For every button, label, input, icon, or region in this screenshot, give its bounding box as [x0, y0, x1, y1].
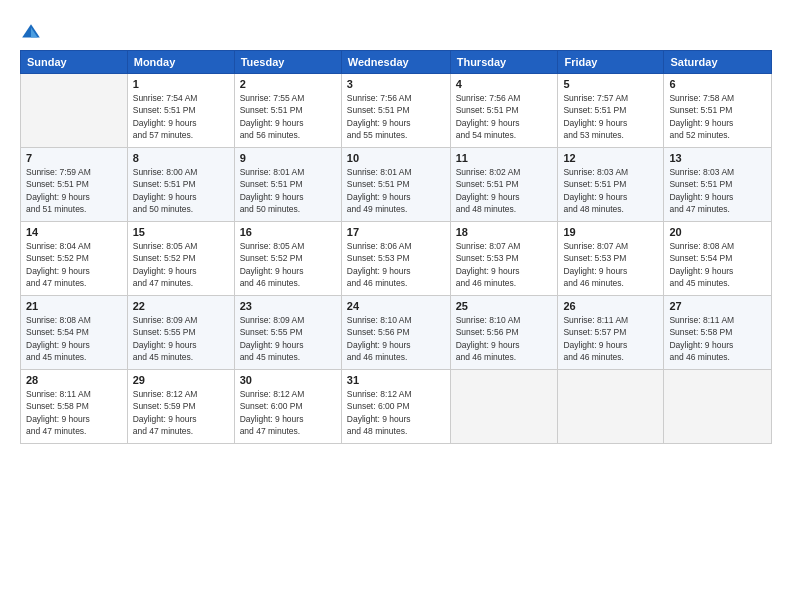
day-number: 7 — [26, 152, 122, 164]
day-info: Sunrise: 8:09 AMSunset: 5:55 PMDaylight:… — [240, 314, 336, 363]
day-of-week-header: Tuesday — [234, 51, 341, 74]
calendar-cell: 12Sunrise: 8:03 AMSunset: 5:51 PMDayligh… — [558, 148, 664, 222]
day-info: Sunrise: 7:56 AMSunset: 5:51 PMDaylight:… — [456, 92, 553, 141]
day-info: Sunrise: 8:12 AMSunset: 6:00 PMDaylight:… — [240, 388, 336, 437]
calendar-cell: 9Sunrise: 8:01 AMSunset: 5:51 PMDaylight… — [234, 148, 341, 222]
day-number: 16 — [240, 226, 336, 238]
calendar-week-row: 14Sunrise: 8:04 AMSunset: 5:52 PMDayligh… — [21, 222, 772, 296]
calendar-cell: 5Sunrise: 7:57 AMSunset: 5:51 PMDaylight… — [558, 74, 664, 148]
calendar-cell: 14Sunrise: 8:04 AMSunset: 5:52 PMDayligh… — [21, 222, 128, 296]
calendar-cell: 7Sunrise: 7:59 AMSunset: 5:51 PMDaylight… — [21, 148, 128, 222]
day-number: 13 — [669, 152, 766, 164]
day-info: Sunrise: 7:58 AMSunset: 5:51 PMDaylight:… — [669, 92, 766, 141]
day-of-week-header: Thursday — [450, 51, 558, 74]
calendar-cell: 15Sunrise: 8:05 AMSunset: 5:52 PMDayligh… — [127, 222, 234, 296]
calendar-cell: 8Sunrise: 8:00 AMSunset: 5:51 PMDaylight… — [127, 148, 234, 222]
calendar-cell: 1Sunrise: 7:54 AMSunset: 5:51 PMDaylight… — [127, 74, 234, 148]
calendar-cell: 6Sunrise: 7:58 AMSunset: 5:51 PMDaylight… — [664, 74, 772, 148]
calendar-cell: 31Sunrise: 8:12 AMSunset: 6:00 PMDayligh… — [341, 370, 450, 444]
day-number: 9 — [240, 152, 336, 164]
day-of-week-header: Wednesday — [341, 51, 450, 74]
day-number: 27 — [669, 300, 766, 312]
day-number: 20 — [669, 226, 766, 238]
svg-marker-1 — [31, 28, 38, 38]
calendar-cell: 19Sunrise: 8:07 AMSunset: 5:53 PMDayligh… — [558, 222, 664, 296]
day-info: Sunrise: 8:07 AMSunset: 5:53 PMDaylight:… — [563, 240, 658, 289]
day-number: 17 — [347, 226, 445, 238]
calendar-cell — [21, 74, 128, 148]
day-info: Sunrise: 8:11 AMSunset: 5:57 PMDaylight:… — [563, 314, 658, 363]
day-info: Sunrise: 8:12 AMSunset: 6:00 PMDaylight:… — [347, 388, 445, 437]
day-number: 21 — [26, 300, 122, 312]
day-info: Sunrise: 8:09 AMSunset: 5:55 PMDaylight:… — [133, 314, 229, 363]
day-number: 29 — [133, 374, 229, 386]
day-info: Sunrise: 8:06 AMSunset: 5:53 PMDaylight:… — [347, 240, 445, 289]
day-info: Sunrise: 8:12 AMSunset: 5:59 PMDaylight:… — [133, 388, 229, 437]
day-number: 4 — [456, 78, 553, 90]
day-info: Sunrise: 7:59 AMSunset: 5:51 PMDaylight:… — [26, 166, 122, 215]
day-number: 28 — [26, 374, 122, 386]
day-info: Sunrise: 8:05 AMSunset: 5:52 PMDaylight:… — [133, 240, 229, 289]
day-info: Sunrise: 8:02 AMSunset: 5:51 PMDaylight:… — [456, 166, 553, 215]
day-info: Sunrise: 8:11 AMSunset: 5:58 PMDaylight:… — [26, 388, 122, 437]
calendar-week-row: 21Sunrise: 8:08 AMSunset: 5:54 PMDayligh… — [21, 296, 772, 370]
calendar-cell: 17Sunrise: 8:06 AMSunset: 5:53 PMDayligh… — [341, 222, 450, 296]
calendar-cell: 21Sunrise: 8:08 AMSunset: 5:54 PMDayligh… — [21, 296, 128, 370]
calendar-cell — [558, 370, 664, 444]
calendar-cell — [450, 370, 558, 444]
day-info: Sunrise: 8:00 AMSunset: 5:51 PMDaylight:… — [133, 166, 229, 215]
day-of-week-header: Friday — [558, 51, 664, 74]
day-number: 14 — [26, 226, 122, 238]
calendar-cell: 16Sunrise: 8:05 AMSunset: 5:52 PMDayligh… — [234, 222, 341, 296]
day-of-week-header: Saturday — [664, 51, 772, 74]
day-number: 23 — [240, 300, 336, 312]
day-info: Sunrise: 8:10 AMSunset: 5:56 PMDaylight:… — [456, 314, 553, 363]
day-number: 1 — [133, 78, 229, 90]
calendar-cell — [664, 370, 772, 444]
day-info: Sunrise: 8:03 AMSunset: 5:51 PMDaylight:… — [669, 166, 766, 215]
calendar-cell: 26Sunrise: 8:11 AMSunset: 5:57 PMDayligh… — [558, 296, 664, 370]
day-info: Sunrise: 7:55 AMSunset: 5:51 PMDaylight:… — [240, 92, 336, 141]
day-info: Sunrise: 7:56 AMSunset: 5:51 PMDaylight:… — [347, 92, 445, 141]
calendar-table: SundayMondayTuesdayWednesdayThursdayFrid… — [20, 50, 772, 444]
calendar-cell: 30Sunrise: 8:12 AMSunset: 6:00 PMDayligh… — [234, 370, 341, 444]
day-number: 12 — [563, 152, 658, 164]
calendar-cell: 28Sunrise: 8:11 AMSunset: 5:58 PMDayligh… — [21, 370, 128, 444]
day-number: 31 — [347, 374, 445, 386]
logo — [20, 22, 44, 44]
day-number: 15 — [133, 226, 229, 238]
calendar-cell: 20Sunrise: 8:08 AMSunset: 5:54 PMDayligh… — [664, 222, 772, 296]
calendar-cell: 11Sunrise: 8:02 AMSunset: 5:51 PMDayligh… — [450, 148, 558, 222]
day-number: 5 — [563, 78, 658, 90]
day-info: Sunrise: 8:08 AMSunset: 5:54 PMDaylight:… — [669, 240, 766, 289]
day-number: 22 — [133, 300, 229, 312]
day-of-week-header: Monday — [127, 51, 234, 74]
day-of-week-header: Sunday — [21, 51, 128, 74]
logo-icon — [20, 22, 42, 44]
calendar-cell: 10Sunrise: 8:01 AMSunset: 5:51 PMDayligh… — [341, 148, 450, 222]
day-info: Sunrise: 8:10 AMSunset: 5:56 PMDaylight:… — [347, 314, 445, 363]
day-number: 26 — [563, 300, 658, 312]
day-info: Sunrise: 8:01 AMSunset: 5:51 PMDaylight:… — [347, 166, 445, 215]
calendar-week-row: 28Sunrise: 8:11 AMSunset: 5:58 PMDayligh… — [21, 370, 772, 444]
day-number: 30 — [240, 374, 336, 386]
day-number: 19 — [563, 226, 658, 238]
day-number: 3 — [347, 78, 445, 90]
day-number: 18 — [456, 226, 553, 238]
calendar-cell: 22Sunrise: 8:09 AMSunset: 5:55 PMDayligh… — [127, 296, 234, 370]
calendar-week-row: 1Sunrise: 7:54 AMSunset: 5:51 PMDaylight… — [21, 74, 772, 148]
day-number: 11 — [456, 152, 553, 164]
day-info: Sunrise: 8:03 AMSunset: 5:51 PMDaylight:… — [563, 166, 658, 215]
calendar-cell: 25Sunrise: 8:10 AMSunset: 5:56 PMDayligh… — [450, 296, 558, 370]
day-number: 8 — [133, 152, 229, 164]
calendar-cell: 4Sunrise: 7:56 AMSunset: 5:51 PMDaylight… — [450, 74, 558, 148]
day-number: 24 — [347, 300, 445, 312]
day-number: 10 — [347, 152, 445, 164]
calendar-cell: 23Sunrise: 8:09 AMSunset: 5:55 PMDayligh… — [234, 296, 341, 370]
day-info: Sunrise: 7:57 AMSunset: 5:51 PMDaylight:… — [563, 92, 658, 141]
calendar-cell: 27Sunrise: 8:11 AMSunset: 5:58 PMDayligh… — [664, 296, 772, 370]
calendar-cell: 2Sunrise: 7:55 AMSunset: 5:51 PMDaylight… — [234, 74, 341, 148]
calendar-body: 1Sunrise: 7:54 AMSunset: 5:51 PMDaylight… — [21, 74, 772, 444]
day-info: Sunrise: 8:07 AMSunset: 5:53 PMDaylight:… — [456, 240, 553, 289]
calendar-header: SundayMondayTuesdayWednesdayThursdayFrid… — [21, 51, 772, 74]
